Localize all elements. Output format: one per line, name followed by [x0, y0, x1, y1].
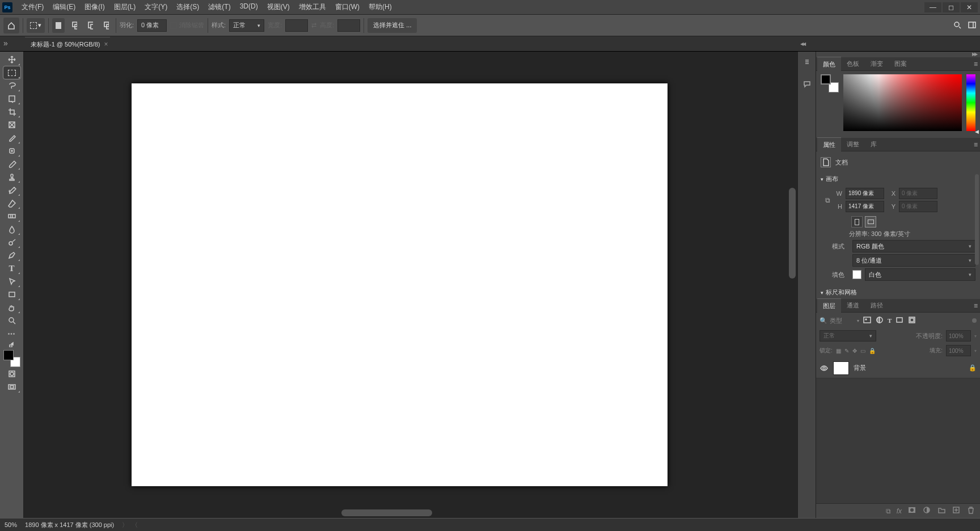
maximize-button[interactable]: ◻	[943, 2, 960, 12]
fill-select[interactable]: 白色	[865, 268, 975, 281]
feather-input[interactable]: 0 像素	[137, 19, 167, 32]
document-tab[interactable]: 未标题-1 @ 50%(RGB/8) ×	[25, 37, 110, 51]
color-swatches[interactable]	[3, 350, 20, 367]
tab-adjustments[interactable]: 调整	[841, 137, 865, 151]
layer-name[interactable]: 背景	[854, 364, 866, 372]
dodge-tool[interactable]	[3, 236, 20, 248]
quickmask-button[interactable]	[3, 368, 20, 380]
tab-gradients[interactable]: 渐变	[865, 57, 889, 71]
stamp-tool[interactable]	[3, 171, 20, 183]
orientation-portrait-button[interactable]	[851, 216, 863, 227]
workspace-button[interactable]	[968, 20, 977, 31]
menu-item[interactable]: 编辑(E)	[48, 0, 80, 14]
section-canvas[interactable]: 画布	[821, 171, 975, 186]
lock-all-icon[interactable]: 🔒	[869, 348, 876, 354]
lock-icon[interactable]: 🔒	[969, 364, 977, 372]
lock-position-icon[interactable]: ✥	[852, 348, 857, 354]
tab-layers[interactable]: 图层	[817, 298, 841, 313]
layer-filter-kind[interactable]: 🔍类型▾	[820, 315, 859, 326]
group-button[interactable]	[937, 505, 946, 516]
properties-scrollbar[interactable]	[975, 174, 979, 265]
subtract-selection-button[interactable]	[84, 18, 96, 33]
horizontal-scrollbar[interactable]	[341, 509, 432, 516]
intersect-selection-button[interactable]	[100, 18, 112, 33]
home-button[interactable]	[3, 18, 19, 33]
hand-tool[interactable]	[3, 301, 20, 314]
layer-row[interactable]: 背景 🔒	[816, 358, 980, 378]
menu-item[interactable]: 图层(L)	[109, 0, 141, 14]
search-button[interactable]	[953, 20, 962, 31]
lock-pixels-icon[interactable]: ▦	[836, 348, 841, 354]
eyedropper-tool[interactable]	[3, 132, 20, 144]
tab-properties[interactable]: 属性	[817, 137, 841, 152]
link-layers-button[interactable]: ⧉	[886, 507, 891, 515]
screenmode-button[interactable]	[3, 381, 20, 393]
tab-color[interactable]: 颜色	[817, 57, 841, 71]
shape-tool[interactable]	[3, 288, 20, 301]
filter-shape-icon[interactable]	[895, 315, 904, 326]
y-input[interactable]: 0 像素	[899, 201, 937, 212]
move-tool[interactable]	[3, 53, 20, 66]
close-window-button[interactable]: ✕	[961, 2, 978, 12]
color-mode-select[interactable]: RGB 颜色	[852, 240, 975, 252]
visibility-toggle[interactable]	[820, 364, 829, 373]
healing-tool[interactable]	[3, 145, 20, 157]
panel-color-swatches[interactable]	[821, 74, 839, 92]
panel-menu-button[interactable]: ≡	[974, 302, 978, 310]
filter-smart-icon[interactable]	[907, 315, 916, 326]
brush-presets-collapsed[interactable]	[800, 56, 814, 69]
close-tab-button[interactable]: ×	[104, 40, 108, 48]
frame-tool[interactable]	[3, 119, 20, 131]
delete-layer-button[interactable]	[966, 505, 975, 516]
tab-patterns[interactable]: 图案	[889, 57, 913, 71]
filter-adjust-icon[interactable]	[875, 315, 884, 326]
gradient-tool[interactable]	[3, 210, 20, 222]
tab-paths[interactable]: 路径	[865, 298, 889, 313]
canvas-area[interactable]	[24, 52, 797, 518]
type-tool[interactable]: T	[3, 262, 20, 275]
history-brush-tool[interactable]	[3, 184, 20, 196]
panel-menu-button[interactable]: ≡	[974, 60, 978, 68]
status-chevron-icon[interactable]: 〈	[132, 521, 138, 529]
zoom-tool[interactable]	[3, 314, 20, 327]
lock-artboard-icon[interactable]: ▭	[860, 348, 865, 354]
document-dimensions[interactable]: 1890 像素 x 1417 像素 (300 ppi)	[25, 521, 114, 529]
menu-item[interactable]: 视图(V)	[263, 0, 294, 14]
height-input[interactable]: 1417 像素	[846, 201, 884, 212]
tab-channels[interactable]: 通道	[841, 298, 865, 313]
edit-toolbar-button[interactable]: •••	[3, 327, 20, 340]
blur-tool[interactable]	[3, 223, 20, 235]
section-rulers[interactable]: 标尺和网格	[821, 284, 975, 299]
status-chevron-icon[interactable]: 〉	[122, 521, 128, 529]
minimize-button[interactable]: —	[924, 2, 941, 12]
pen-tool[interactable]	[3, 249, 20, 262]
menu-item[interactable]: 滤镜(T)	[204, 0, 235, 14]
fill-swatch[interactable]	[852, 270, 861, 279]
marquee-tool-indicator[interactable]: ▾	[27, 18, 45, 33]
fx-button[interactable]: fx	[897, 507, 902, 515]
selection-tool[interactable]	[3, 92, 20, 105]
menu-item[interactable]: 图像(I)	[80, 0, 109, 14]
lock-brush-icon[interactable]: ✎	[844, 348, 849, 354]
marquee-tool[interactable]	[3, 66, 20, 79]
filter-toggle[interactable]	[972, 318, 977, 323]
path-select-tool[interactable]	[3, 275, 20, 288]
select-and-mask-button[interactable]: 选择并遮住 ...	[368, 18, 417, 33]
menu-item[interactable]: 帮助(H)	[364, 0, 396, 14]
bit-depth-select[interactable]: 8 位/通道	[852, 254, 975, 267]
brush-tool[interactable]	[3, 158, 20, 170]
hue-slider[interactable]	[966, 74, 975, 131]
tab-swatches[interactable]: 色板	[841, 57, 865, 71]
filter-type-icon[interactable]: T	[888, 317, 892, 324]
crop-tool[interactable]	[3, 106, 20, 118]
new-layer-button[interactable]	[952, 505, 961, 516]
new-selection-button[interactable]	[52, 18, 65, 33]
color-spectrum[interactable]	[843, 74, 962, 131]
style-select[interactable]: 正常▾	[229, 19, 264, 32]
menu-item[interactable]: 窗口(W)	[331, 0, 364, 14]
comments-collapsed[interactable]	[800, 78, 814, 90]
menu-item[interactable]: 文件(F)	[17, 0, 48, 14]
menu-item[interactable]: 选择(S)	[172, 0, 204, 14]
filter-image-icon[interactable]	[863, 315, 872, 326]
mask-button[interactable]	[907, 505, 916, 516]
